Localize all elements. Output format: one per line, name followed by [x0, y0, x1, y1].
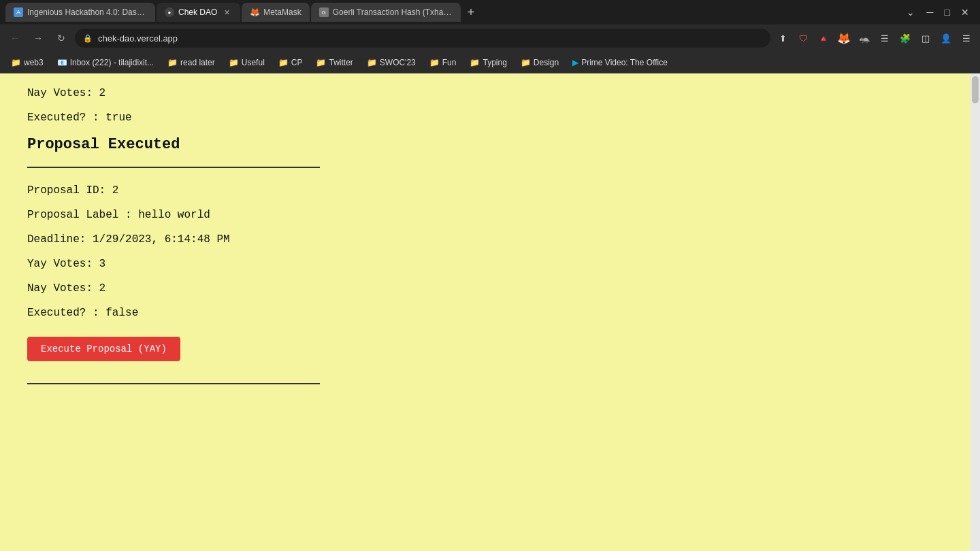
bookmark-email-icon: 📧 — [57, 58, 67, 67]
address-text: chek-dao.vercel.app — [98, 33, 178, 44]
sidebar-button[interactable]: ◫ — [917, 30, 934, 46]
bookmark-folder-icon-cp: 📁 — [278, 58, 289, 67]
bookmark-folder-icon-web3: 📁 — [11, 58, 21, 67]
executed-status: Executed? : false — [27, 307, 436, 319]
brave-rewards-icon[interactable]: 🔺 — [815, 30, 832, 46]
tab-list-icon[interactable]: ⌄ — [906, 7, 915, 18]
bookmark-label-readlater: read later — [180, 58, 215, 67]
tab-bar: A Ingenious Hackathon 4.0: Dashboar... ●… — [0, 0, 980, 24]
extension-icon-1[interactable]: 🦊 — [836, 30, 852, 46]
share-icon[interactable]: ⬆ — [774, 30, 791, 46]
section-divider-top — [27, 167, 320, 168]
yay-votes: Yay Votes: 3 — [27, 258, 436, 270]
nav-actions: ⬆ 🛡 🔺 🦊 🦡 ☰ 🧩 ◫ 👤 ☰ — [774, 30, 975, 46]
tab-goerli[interactable]: G Goerli Transaction Hash (Txhash) De... — [311, 3, 461, 22]
reader-view-icon[interactable]: ☰ — [877, 30, 893, 46]
proposal-label: Proposal Label : hello world — [27, 209, 436, 221]
tab-title-chek: Chek DAO — [178, 7, 217, 17]
bookmark-label-design: Design — [534, 58, 559, 67]
bookmark-label-cp: CP — [291, 58, 303, 67]
bookmark-label-prime: Prime Video: The Office — [581, 58, 668, 67]
bookmark-folder-icon-design: 📁 — [521, 58, 531, 67]
bookmark-label-useful: Useful — [242, 58, 265, 67]
bookmark-inbox[interactable]: 📧 Inbox (222) - tilajidixit... — [52, 56, 159, 69]
deadline: Deadline: 1/29/2023, 6:14:48 PM — [27, 233, 436, 246]
bookmark-typing[interactable]: 📁 Typing — [464, 56, 512, 69]
top-nay-votes: Nay Votes: 2 — [27, 87, 436, 99]
profile-icon[interactable]: 👤 — [938, 30, 954, 46]
reload-button[interactable]: ↻ — [52, 29, 71, 48]
bookmark-label-fun: Fun — [442, 58, 457, 67]
nav-bar: ← → ↻ 🔒 chek-dao.vercel.app ⬆ 🛡 🔺 🦊 🦡 ☰ … — [0, 24, 980, 52]
tab-favicon-goerli: G — [319, 7, 329, 17]
tab-title-hackathon: Ingenious Hackathon 4.0: Dashboar... — [27, 7, 147, 17]
bookmarks-bar: 📁 web3 📧 Inbox (222) - tilajidixit... 📁 … — [0, 52, 980, 73]
tab-title-goerli: Goerli Transaction Hash (Txhash) De... — [333, 7, 453, 17]
bookmark-swoc[interactable]: 📁 SWOC'23 — [361, 56, 421, 69]
bookmark-fun[interactable]: 📁 Fun — [424, 56, 462, 69]
content-body: Nay Votes: 2 Executed? : true Proposal E… — [27, 87, 436, 384]
tab-hackathon[interactable]: A Ingenious Hackathon 4.0: Dashboar... — [5, 3, 155, 22]
bookmark-label-typing: Typing — [483, 58, 506, 67]
tab-controls: ⌄ — [901, 7, 920, 18]
lock-icon: 🔒 — [83, 34, 93, 43]
browser-chrome: A Ingenious Hackathon 4.0: Dashboar... ●… — [0, 0, 980, 73]
brave-shield-icon[interactable]: 🛡 — [795, 30, 811, 46]
window-controls: ─ □ ✕ — [921, 7, 975, 18]
bookmark-folder-icon-useful: 📁 — [229, 58, 239, 67]
tab-title-metamask: MetaMask — [263, 7, 301, 17]
minimize-button[interactable]: ─ — [927, 7, 934, 18]
scrollbar[interactable] — [970, 73, 980, 551]
bookmark-label-swoc: SWOC'23 — [380, 58, 416, 67]
close-button[interactable]: ✕ — [961, 7, 969, 18]
bookmark-web3[interactable]: 📁 web3 — [5, 56, 49, 69]
forward-button[interactable]: → — [29, 29, 48, 48]
back-button[interactable]: ← — [5, 29, 24, 48]
tab-close-chek[interactable]: ✕ — [221, 7, 232, 18]
execute-proposal-button[interactable]: Execute Proposal (YAY) — [27, 337, 180, 361]
page-content: Nay Votes: 2 Executed? : true Proposal E… — [0, 73, 980, 551]
bookmark-folder-icon-twitter: 📁 — [316, 58, 326, 67]
bookmark-prime[interactable]: ▶ Prime Video: The Office — [567, 56, 673, 69]
scrollbar-thumb[interactable] — [972, 76, 979, 103]
bookmark-cp[interactable]: 📁 CP — [273, 56, 308, 69]
new-tab-button[interactable]: + — [462, 5, 480, 20]
top-executed: Executed? : true — [27, 112, 436, 124]
tab-chek[interactable]: ● Chek DAO ✕ — [157, 3, 240, 22]
tab-favicon-hackathon: A — [14, 7, 23, 17]
tab-favicon-chek: ● — [165, 7, 174, 17]
tab-favicon-metamask: 🦊 — [250, 7, 259, 17]
bookmark-twitter[interactable]: 📁 Twitter — [310, 56, 358, 69]
tab-metamask[interactable]: 🦊 MetaMask — [242, 3, 309, 22]
bookmark-label-inbox: Inbox (222) - tilajidixit... — [70, 58, 154, 67]
bookmark-label-twitter: Twitter — [329, 58, 353, 67]
extensions-button[interactable]: 🧩 — [897, 30, 913, 46]
extension-icon-2[interactable]: 🦡 — [856, 30, 872, 46]
bookmark-folder-icon-fun: 📁 — [429, 58, 440, 67]
section-divider-bottom — [27, 383, 320, 384]
bookmark-useful[interactable]: 📁 Useful — [223, 56, 270, 69]
bookmark-design[interactable]: 📁 Design — [515, 56, 564, 69]
maximize-button[interactable]: □ — [945, 7, 950, 18]
bookmark-label-web3: web3 — [24, 58, 44, 67]
proposal-executed-heading: Proposal Executed — [27, 136, 436, 153]
menu-button[interactable]: ☰ — [958, 30, 975, 46]
bookmark-folder-icon-typing: 📁 — [470, 58, 480, 67]
proposal-id: Proposal ID: 2 — [27, 184, 436, 197]
nay-votes: Nay Votes: 2 — [27, 282, 436, 295]
bookmark-folder-icon-swoc: 📁 — [367, 58, 377, 67]
bookmark-readlater[interactable]: 📁 read later — [162, 56, 220, 69]
bookmark-folder-icon-readlater: 📁 — [167, 58, 178, 67]
address-bar[interactable]: 🔒 chek-dao.vercel.app — [75, 29, 770, 48]
bookmark-prime-icon: ▶ — [572, 58, 578, 67]
